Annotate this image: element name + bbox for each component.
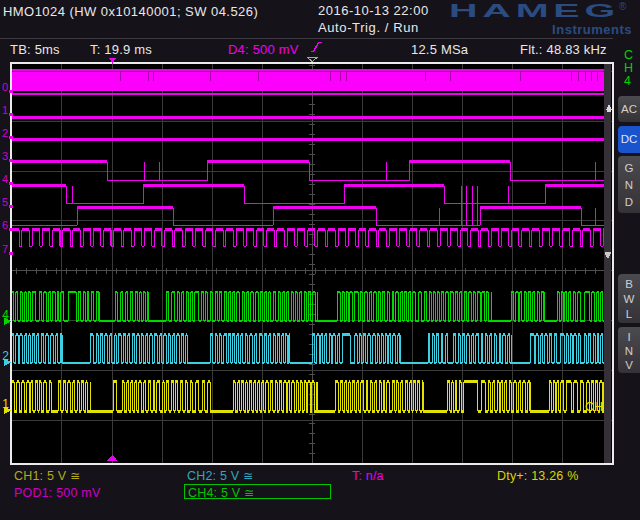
svg-text:1: 1 [2, 104, 8, 116]
svg-text:®: ® [619, 1, 627, 12]
svg-text:7: 7 [2, 243, 8, 255]
svg-text:6: 6 [2, 219, 8, 231]
svg-text:CH: CH [585, 400, 603, 414]
svg-text:HAMEG: HAMEG [449, 0, 620, 21]
svg-text:4: 4 [2, 173, 8, 185]
svg-text:Instruments: Instruments [552, 22, 632, 37]
svg-text:3: 3 [2, 150, 8, 162]
svg-text:0: 0 [2, 81, 8, 93]
svg-text:2: 2 [2, 127, 8, 139]
svg-text:5: 5 [2, 196, 8, 208]
